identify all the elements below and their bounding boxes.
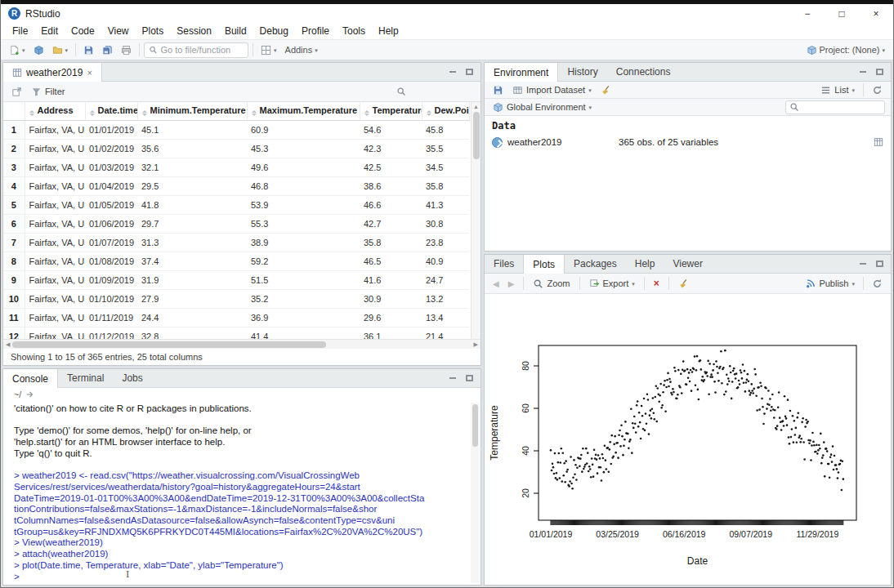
column-header-minimum-temperature[interactable]: Minimum.Temperature bbox=[137, 102, 247, 120]
tab-viewer[interactable]: Viewer bbox=[664, 255, 711, 273]
rstudio-window: R RStudio − □ × FileEditCodeViewPlotsSes… bbox=[0, 0, 894, 588]
view-table-icon[interactable] bbox=[874, 137, 883, 147]
column-header-maximum-temperature[interactable]: Maximum.Temperature bbox=[247, 102, 360, 120]
menu-session[interactable]: Session bbox=[170, 23, 218, 39]
print-button[interactable] bbox=[118, 42, 135, 58]
maximize-pane-button[interactable] bbox=[874, 259, 885, 270]
column-header-dew-point[interactable]: Dew.Point bbox=[422, 102, 469, 120]
filter-button[interactable]: Filter bbox=[29, 87, 67, 97]
minimize-pane-button[interactable] bbox=[857, 259, 868, 270]
menu-build[interactable]: Build bbox=[218, 23, 253, 39]
menu-tools[interactable]: Tools bbox=[336, 23, 372, 39]
close-tab-icon[interactable]: × bbox=[87, 68, 92, 78]
column-header-temperature[interactable]: Temperature bbox=[360, 102, 422, 120]
maximize-pane-button[interactable] bbox=[464, 373, 475, 384]
project-selector[interactable]: Project: (None) ▾ bbox=[803, 42, 889, 58]
chevron-down-icon: ▾ bbox=[852, 281, 855, 287]
open-file-button[interactable]: ▾ bbox=[49, 42, 72, 58]
horizontal-scroll-thumb[interactable] bbox=[12, 341, 326, 348]
row-number: 1 bbox=[3, 120, 25, 139]
scroll-up-arrow[interactable]: ▲ bbox=[473, 104, 479, 110]
addins-button[interactable]: Addins ▾ bbox=[282, 42, 321, 58]
tab-files[interactable]: Files bbox=[485, 255, 523, 273]
clear-environment-button[interactable] bbox=[598, 85, 614, 96]
table-row[interactable]: 9Fairfax, VA, US01/09/201931.951.541.624… bbox=[3, 270, 469, 289]
menu-help[interactable]: Help bbox=[372, 23, 405, 39]
console-output[interactable]: I 'citation()' on how to cite R or R pac… bbox=[3, 401, 481, 585]
save-button[interactable] bbox=[80, 42, 97, 58]
remove-plot-button[interactable]: × bbox=[651, 278, 662, 289]
menu-debug[interactable]: Debug bbox=[253, 23, 295, 39]
table-row[interactable]: 4Fairfax, VA, US01/04/201929.546.838.635… bbox=[3, 176, 469, 195]
table-row[interactable]: 2Fairfax, VA, US01/02/201935.645.342.335… bbox=[3, 139, 469, 158]
goto-file-input[interactable] bbox=[161, 45, 244, 55]
maximize-pane-button[interactable] bbox=[464, 67, 475, 78]
pane-layout-button[interactable]: ▾ bbox=[257, 42, 280, 58]
zoom-plot-button[interactable]: Zoom bbox=[530, 278, 572, 289]
menu-profile[interactable]: Profile bbox=[295, 23, 336, 39]
column-header-address[interactable]: Address bbox=[25, 102, 85, 120]
environment-scope-selector[interactable]: Global Environment ▾ bbox=[490, 102, 594, 113]
new-file-button[interactable]: ▾ bbox=[6, 42, 29, 58]
tab-packages[interactable]: Packages bbox=[565, 255, 626, 273]
table-row[interactable]: 12Fairfax, VA, US01/12/201932.841.436.12… bbox=[3, 327, 469, 339]
console-scroll-thumb[interactable] bbox=[472, 404, 478, 447]
refresh-environment-button[interactable] bbox=[869, 85, 885, 96]
column-header-date-time[interactable]: Date.time bbox=[85, 102, 137, 120]
table-row[interactable]: 10Fairfax, VA, US01/10/201927.935.230.91… bbox=[3, 289, 469, 308]
refresh-plot-button[interactable] bbox=[869, 278, 885, 289]
console-line: > attach(weather2019) bbox=[14, 549, 469, 560]
menu-edit[interactable]: Edit bbox=[34, 23, 65, 39]
tab-history[interactable]: History bbox=[558, 63, 606, 81]
table-row[interactable]: 3Fairfax, VA, US01/03/201932.149.642.534… bbox=[3, 158, 469, 176]
table-row[interactable]: 5Fairfax, VA, US01/05/201941.853.946.641… bbox=[3, 195, 469, 214]
next-plot-button[interactable]: ▶ bbox=[506, 279, 517, 288]
table-row[interactable]: 7Fairfax, VA, US01/07/201931.338.935.823… bbox=[3, 233, 469, 252]
save-workspace-button[interactable] bbox=[490, 85, 506, 96]
console-scrollbar[interactable] bbox=[471, 403, 480, 583]
minimize-pane-button[interactable] bbox=[857, 67, 868, 78]
environment-section-header: Data bbox=[485, 116, 891, 133]
tab-console[interactable]: Console bbox=[3, 369, 58, 388]
vertical-scroll-thumb[interactable] bbox=[473, 112, 480, 159]
cell: 36.1 bbox=[360, 327, 422, 339]
save-all-button[interactable] bbox=[99, 42, 116, 58]
menu-file[interactable]: File bbox=[6, 23, 34, 39]
maximize-window-button[interactable]: □ bbox=[825, 4, 859, 23]
minimize-window-button[interactable]: − bbox=[790, 4, 825, 23]
data-search-input[interactable] bbox=[409, 87, 472, 96]
tab-connections[interactable]: Connections bbox=[607, 63, 680, 81]
export-plot-button[interactable]: Export ▾ bbox=[587, 278, 637, 289]
tab-terminal[interactable]: Terminal bbox=[58, 369, 113, 387]
environment-search-input[interactable] bbox=[802, 102, 881, 112]
popout-view-button[interactable] bbox=[9, 87, 25, 97]
table-row[interactable]: 8Fairfax, VA, US01/08/201937.459.246.540… bbox=[3, 252, 469, 270]
tab-weather2019[interactable]: weather2019 × bbox=[3, 63, 102, 82]
list-view-button[interactable]: List ▾ bbox=[818, 85, 857, 96]
tab-jobs[interactable]: Jobs bbox=[113, 369, 151, 387]
maximize-pane-button[interactable] bbox=[874, 67, 885, 78]
scroll-right-arrow[interactable]: ▶ bbox=[474, 341, 478, 348]
minimize-pane-button[interactable] bbox=[447, 67, 458, 78]
minimize-pane-button[interactable] bbox=[447, 373, 458, 384]
menu-code[interactable]: Code bbox=[65, 23, 101, 39]
vertical-scrollbar[interactable]: ▲ bbox=[471, 102, 481, 339]
previous-plot-button[interactable]: ◀ bbox=[490, 279, 502, 288]
menu-view[interactable]: View bbox=[101, 23, 136, 39]
new-project-button[interactable] bbox=[30, 42, 47, 58]
table-row[interactable]: 11Fairfax, VA, US01/11/201924.436.929.61… bbox=[3, 308, 469, 327]
table-row[interactable]: 1Fairfax, VA, US01/01/201945.160.954.645… bbox=[3, 120, 469, 139]
tab-plots[interactable]: Plots bbox=[523, 255, 565, 274]
table-row[interactable]: 6Fairfax, VA, US01/06/201929.755.342.730… bbox=[3, 214, 469, 233]
horizontal-scrollbar[interactable]: ◀ ▶ bbox=[3, 339, 481, 349]
tab-environment[interactable]: Environment bbox=[485, 63, 558, 82]
close-window-button[interactable]: × bbox=[859, 4, 893, 23]
scroll-left-arrow[interactable]: ◀ bbox=[6, 341, 10, 348]
working-directory-icon[interactable] bbox=[25, 390, 35, 399]
menu-plots[interactable]: Plots bbox=[136, 23, 171, 39]
publish-button[interactable]: Publish ▾ bbox=[802, 278, 857, 289]
tab-help[interactable]: Help bbox=[626, 255, 664, 273]
import-dataset-button[interactable]: Import Dataset ▾ bbox=[510, 85, 594, 96]
clear-plots-button[interactable] bbox=[676, 278, 691, 289]
environment-object[interactable]: weather2019365 obs. of 25 variables bbox=[485, 133, 891, 151]
